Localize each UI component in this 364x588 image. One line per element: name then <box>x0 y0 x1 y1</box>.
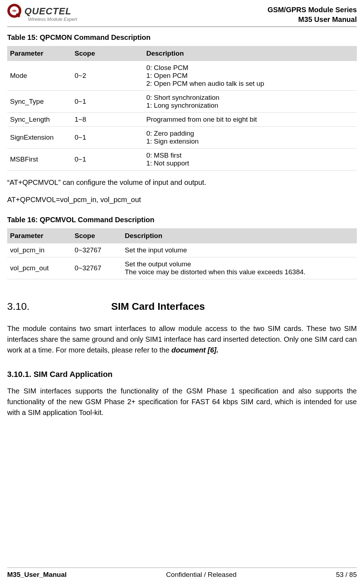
table16-caption: Table 16: QPCMVOL Command Description <box>7 216 357 224</box>
header-right: GSM/GPRS Module Series M35 User Manual <box>268 4 357 24</box>
th-description: Description <box>122 228 357 243</box>
cell-scope: 0~32767 <box>72 257 122 279</box>
logo-block: QUECTEL Wireless Module Expert <box>7 4 86 22</box>
paragraph-qpcmvol-syntax: AT+QPCMVOL=vol_pcm_in, vol_pcm_out <box>7 194 357 205</box>
cell-scope: 0~2 <box>72 61 143 91</box>
cell-param: Sync_Type <box>7 91 72 113</box>
svg-text:QUECTEL: QUECTEL <box>24 6 71 17</box>
header-manual: M35 User Manual <box>268 15 357 24</box>
page-footer: M35_User_Manual Confidential / Released … <box>7 568 357 579</box>
cell-desc: 0: Zero padding 1: Sign extension <box>143 127 357 149</box>
cell-param: vol_pcm_in <box>7 243 72 257</box>
cell-scope: 0~32767 <box>72 243 122 257</box>
page-header: QUECTEL Wireless Module Expert GSM/GPRS … <box>7 0 357 24</box>
footer-right: 53 / 85 <box>336 571 357 579</box>
footer-center: Confidential / Released <box>166 571 236 579</box>
table-header-row: Parameter Scope Description <box>7 228 357 243</box>
page: QUECTEL Wireless Module Expert GSM/GPRS … <box>0 0 364 588</box>
table-row: vol_pcm_in 0~32767 Set the input volume <box>7 243 357 257</box>
table-header-row: Parameter Scope Description <box>7 46 357 61</box>
th-parameter: Parameter <box>7 228 72 243</box>
table-row: MSBFirst 0~1 0: MSB first 1: Not support <box>7 149 357 171</box>
th-scope: Scope <box>72 228 122 243</box>
subsection-body: The SIM interfaces supports the function… <box>7 386 357 418</box>
section-body: The module contains two smart interfaces… <box>7 323 357 355</box>
table16: Parameter Scope Description vol_pcm_in 0… <box>7 228 357 279</box>
cell-scope: 0~1 <box>72 149 143 171</box>
footer-left: M35_User_Manual <box>7 571 67 579</box>
document-reference: document [6]. <box>171 346 218 354</box>
svg-point-2 <box>12 10 16 12</box>
cell-desc: 0: Short synchronization 1: Long synchro… <box>143 91 357 113</box>
cell-param: MSBFirst <box>7 149 72 171</box>
cell-desc: 0: MSB first 1: Not support <box>143 149 357 171</box>
quectel-logo-icon: QUECTEL <box>7 4 86 18</box>
cell-scope: 1~8 <box>72 113 143 127</box>
cell-desc: 0: Close PCM 1: Open PCM 2: Open PCM whe… <box>143 61 357 91</box>
th-description: Description <box>143 46 357 61</box>
cell-scope: 0~1 <box>72 127 143 149</box>
th-scope: Scope <box>72 46 143 61</box>
table-row: Mode 0~2 0: Close PCM 1: Open PCM 2: Ope… <box>7 61 357 91</box>
cell-desc: Programmed from one bit to eight bit <box>143 113 357 127</box>
paragraph-qpcmvol-intro: “AT+QPCMVOL” can configure the volume of… <box>7 177 357 188</box>
table15: Parameter Scope Description Mode 0~2 0: … <box>7 46 357 171</box>
cell-param: Sync_Length <box>7 113 72 127</box>
table-row: vol_pcm_out 0~32767 Set the output volum… <box>7 257 357 279</box>
section-number: 3.10. <box>7 301 111 312</box>
cell-desc: Set the input volume <box>122 243 357 257</box>
cell-param: SignExtension <box>7 127 72 149</box>
footer-rule <box>7 568 357 568</box>
th-parameter: Parameter <box>7 46 72 61</box>
table15-caption: Table 15: QPCMON Command Description <box>7 33 357 42</box>
cell-scope: 0~1 <box>72 91 143 113</box>
cell-param: vol_pcm_out <box>7 257 72 279</box>
section-title: SIM Card Interfaces <box>111 301 205 312</box>
logo-subtitle: Wireless Module Expert <box>28 17 77 22</box>
table-row: Sync_Type 0~1 0: Short synchronization 1… <box>7 91 357 113</box>
cell-desc: Set the output volume The voice may be d… <box>122 257 357 279</box>
subsection-heading: 3.10.1. SIM Card Application <box>7 370 357 379</box>
table-row: SignExtension 0~1 0: Zero padding 1: Sig… <box>7 127 357 149</box>
cell-param: Mode <box>7 61 72 91</box>
section-heading: 3.10. SIM Card Interfaces <box>7 301 357 312</box>
header-rule <box>7 27 357 27</box>
table-row: Sync_Length 1~8 Programmed from one bit … <box>7 113 357 127</box>
header-series: GSM/GPRS Module Series <box>268 5 357 15</box>
